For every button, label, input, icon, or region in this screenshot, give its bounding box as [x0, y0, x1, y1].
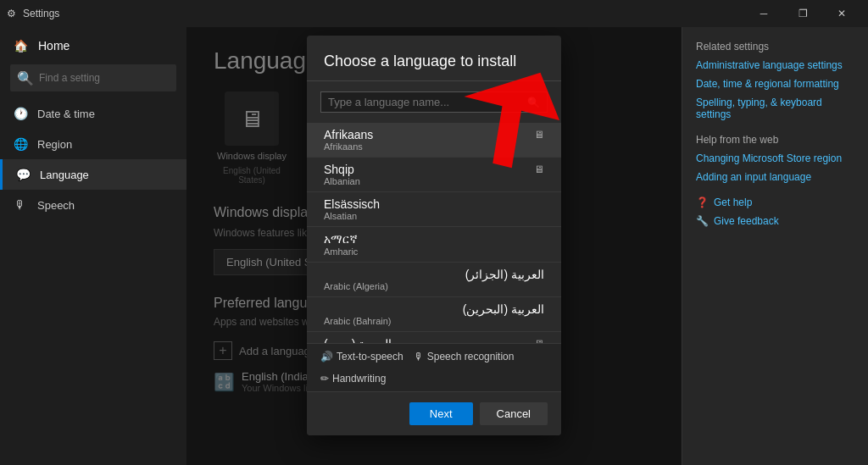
search-icon: 🔍 — [17, 70, 34, 86]
language-install-dialog: Choose a language to install 🔍 Afrikaans… — [307, 36, 561, 435]
close-button[interactable]: ✕ — [822, 0, 861, 27]
get-help-icon: ❓ — [696, 197, 709, 208]
ms-store-region-link[interactable]: Changing Microsoft Store region — [696, 152, 854, 164]
sidebar-item-home[interactable]: 🏠 Home — [0, 30, 186, 61]
cancel-button[interactable]: Cancel — [480, 402, 548, 425]
sidebar-item-label: Language — [40, 169, 89, 181]
lang-native-name: Elsässisch — [324, 197, 380, 211]
speech-rec-feature: 🎙 Speech recognition — [414, 351, 515, 363]
sidebar-item-label: Region — [37, 138, 72, 151]
list-item[interactable]: العربية (مصر) 🖥 Arabic (Egypt) — [307, 332, 561, 343]
maximize-button[interactable]: ❐ — [783, 0, 822, 27]
settings-icon: ⚙ — [7, 8, 16, 19]
lang-native-name: العربية (الجزائر) — [465, 268, 544, 281]
list-item[interactable]: Elsässisch Alsatian — [307, 192, 561, 227]
help-title: Help from the web — [696, 134, 854, 146]
lang-english-name: Amharic — [324, 246, 544, 257]
region-icon: 🌐 — [14, 137, 27, 151]
list-item[interactable]: Afrikaans 🖥 Afrikaans — [307, 123, 561, 158]
sidebar-item-region[interactable]: 🌐 Region — [0, 129, 186, 159]
dialog-overlay: Choose a language to install 🔍 Afrikaans… — [186, 27, 682, 465]
list-item[interactable]: العربية (البحرين) Arabic (Bahrain) — [307, 297, 561, 332]
dialog-search-icon: 🔍 — [527, 97, 540, 108]
tts-icon: 🔊 — [320, 351, 333, 363]
dialog-search-box[interactable]: 🔍 — [320, 91, 548, 113]
handwriting-label: Handwriting — [332, 373, 386, 385]
tts-feature: 🔊 Text-to-speech — [320, 351, 403, 363]
lang-native-name: العربية (البحرين) — [463, 302, 544, 316]
search-box[interactable]: 🔍 — [10, 64, 176, 91]
list-item[interactable]: አማርኛ Amharic — [307, 227, 561, 263]
handwriting-icon: ✏ — [320, 373, 329, 385]
dialog-search-input[interactable] — [328, 96, 522, 108]
lang-english-name: Afrikaans — [324, 141, 544, 152]
speech-rec-icon: 🎙 — [414, 351, 424, 363]
window-title: Settings — [23, 8, 59, 19]
speech-rec-label: Speech recognition — [427, 351, 515, 363]
lang-native-name: Afrikaans — [324, 128, 373, 141]
display-icon: 🖥 — [534, 129, 544, 141]
home-label: Home — [38, 39, 70, 53]
sidebar-item-label: Speech — [37, 199, 75, 212]
lang-native-name: Shqip — [324, 163, 354, 176]
tts-label: Text-to-speech — [337, 351, 403, 363]
lang-english-name: Alsatian — [324, 211, 544, 221]
dialog-features: 🔊 Text-to-speech 🎙 Speech recognition ✏ … — [307, 343, 561, 391]
display-icon: 🖥 — [534, 163, 544, 175]
home-icon: 🏠 — [14, 39, 28, 53]
list-item[interactable]: العربية (الجزائر) Arabic (Algeria) — [307, 263, 561, 297]
related-settings-title: Related settings — [696, 41, 854, 53]
dialog-title: Choose a language to install — [307, 36, 561, 81]
spelling-link[interactable]: Spelling, typing, & keyboard settings — [696, 97, 854, 120]
speech-icon: 🎙 — [14, 198, 27, 212]
get-help-label: Get help — [714, 197, 752, 208]
get-help-link[interactable]: ❓ Get help — [696, 197, 854, 208]
feedback-icon: 🔧 — [696, 215, 709, 227]
search-input[interactable] — [39, 72, 170, 84]
sidebar-item-label: Date & time — [37, 108, 95, 120]
sidebar: 🏠 Home 🔍 🕐 Date & time 🌐 Region 💬 Langua… — [0, 27, 186, 465]
sidebar-item-date-time[interactable]: 🕐 Date & time — [0, 98, 186, 129]
sidebar-item-language[interactable]: 💬 Language — [0, 159, 186, 190]
date-time-link[interactable]: Date, time & regional formatting — [696, 78, 854, 90]
handwriting-feature: ✏ Handwriting — [320, 373, 386, 385]
lang-native-name: አማርኛ — [324, 232, 358, 246]
language-icon: 💬 — [16, 168, 30, 181]
minimize-button[interactable]: ─ — [744, 0, 783, 27]
display-icon: 🖥 — [534, 338, 544, 343]
lang-english-name: Arabic (Bahrain) — [324, 316, 544, 326]
dialog-footer: Next Cancel — [307, 391, 561, 435]
give-feedback-label: Give feedback — [714, 215, 779, 227]
list-item[interactable]: Shqip 🖥 Albanian — [307, 158, 561, 192]
title-bar: ⚙ Settings ─ ❐ ✕ — [0, 0, 868, 27]
lang-native-name: العربية (مصر) — [324, 337, 392, 343]
language-list: Afrikaans 🖥 Afrikaans Shqip 🖥 — [307, 123, 561, 343]
next-button[interactable]: Next — [409, 402, 473, 425]
add-input-lang-link[interactable]: Adding an input language — [696, 171, 854, 183]
right-panel: Related settings Administrative language… — [682, 27, 868, 465]
admin-lang-link[interactable]: Administrative language settings — [696, 59, 854, 71]
lang-english-name: Albanian — [324, 176, 544, 186]
date-time-icon: 🕐 — [14, 107, 27, 120]
content-area: Language 🖥 Windows display English (Unit… — [186, 27, 682, 465]
lang-english-name: Arabic (Algeria) — [324, 281, 544, 291]
give-feedback-link[interactable]: 🔧 Give feedback — [696, 215, 854, 227]
sidebar-item-speech[interactable]: 🎙 Speech — [0, 190, 186, 220]
